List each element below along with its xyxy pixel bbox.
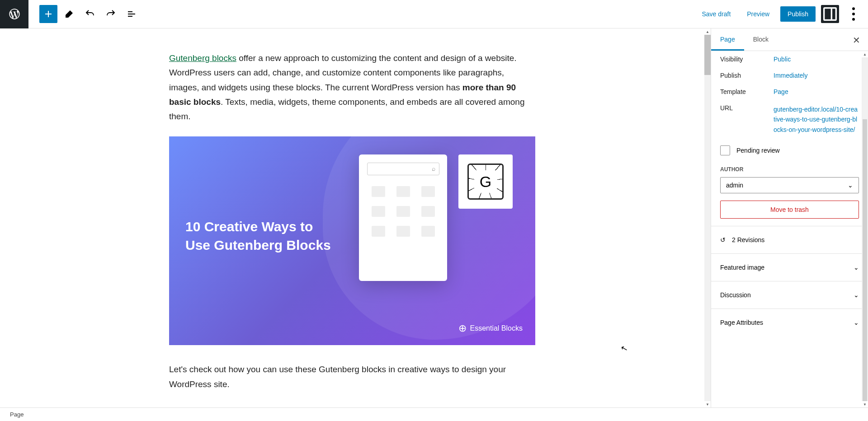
svg-point-3 <box>852 13 855 15</box>
document-overview-button[interactable] <box>123 5 141 23</box>
paragraph-block[interactable]: Let's check out how you can use these Gu… <box>169 362 535 392</box>
gutenberg-link[interactable]: Gutenberg blocks <box>169 53 236 63</box>
author-select[interactable]: admin⌄ <box>720 177 859 193</box>
image-block[interactable]: 10 Creative Ways toUse Gutenberg Blocks … <box>169 136 535 345</box>
visibility-row[interactable]: VisibilityPublic <box>711 51 868 67</box>
chevron-down-icon: ⌄ <box>848 182 853 189</box>
discussion-panel[interactable]: Discussion⌄ <box>711 284 868 306</box>
publish-row[interactable]: PublishImmediately <box>711 67 868 84</box>
preview-button[interactable]: Preview <box>741 7 775 21</box>
chevron-down-icon: ⌄ <box>854 291 859 299</box>
editor-footer: Page <box>0 407 868 421</box>
tab-block[interactable]: Block <box>744 28 778 51</box>
move-to-trash-button[interactable]: Move to trash <box>720 201 859 219</box>
svg-point-4 <box>852 18 855 21</box>
history-icon: ↺ <box>720 236 726 243</box>
paragraph-block[interactable]: Gutenberg blocks offer a new approach to… <box>169 51 535 124</box>
editor-canvas[interactable]: Gutenberg blocks offer a new approach to… <box>0 28 711 407</box>
pending-review-checkbox[interactable]: Pending review <box>711 139 868 162</box>
svg-rect-0 <box>824 8 836 20</box>
editor-scrollbar[interactable]: ▲ ▼ <box>704 28 711 407</box>
svg-point-2 <box>852 7 855 10</box>
close-sidebar-button[interactable]: ✕ <box>850 34 863 47</box>
edit-tool-button[interactable] <box>60 5 78 23</box>
add-block-button[interactable] <box>39 5 57 23</box>
featured-image-panel[interactable]: Featured image⌄ <box>711 257 868 278</box>
tab-page[interactable]: Page <box>711 28 744 51</box>
breadcrumb[interactable]: Page <box>10 411 24 418</box>
editor-toolbar: Save draft Preview Publish <box>0 0 868 28</box>
settings-sidebar: Page Block ✕ VisibilityPublic PublishImm… <box>711 28 868 407</box>
publish-button[interactable]: Publish <box>780 6 816 22</box>
sidebar-scrollbar[interactable]: ▲▼ <box>862 51 868 407</box>
undo-button[interactable] <box>81 5 99 23</box>
redo-button[interactable] <box>102 5 120 23</box>
essential-blocks-label: Essential Blocks <box>458 323 523 334</box>
save-draft-button[interactable]: Save draft <box>696 7 736 21</box>
url-row[interactable]: URLgutenberg-editor.local/10-creative-wa… <box>711 100 868 139</box>
author-label: AUTHOR <box>711 162 868 175</box>
wordpress-logo[interactable] <box>0 0 28 28</box>
chevron-down-icon: ⌄ <box>854 319 859 326</box>
template-row[interactable]: TemplatePage <box>711 84 868 100</box>
chevron-down-icon: ⌄ <box>854 264 859 271</box>
settings-sidebar-toggle[interactable] <box>821 5 839 23</box>
revisions-button[interactable]: ↺2 Revisions <box>711 229 868 251</box>
page-attributes-panel[interactable]: Page Attributes⌄ <box>711 312 868 333</box>
options-menu-button[interactable] <box>844 5 863 23</box>
